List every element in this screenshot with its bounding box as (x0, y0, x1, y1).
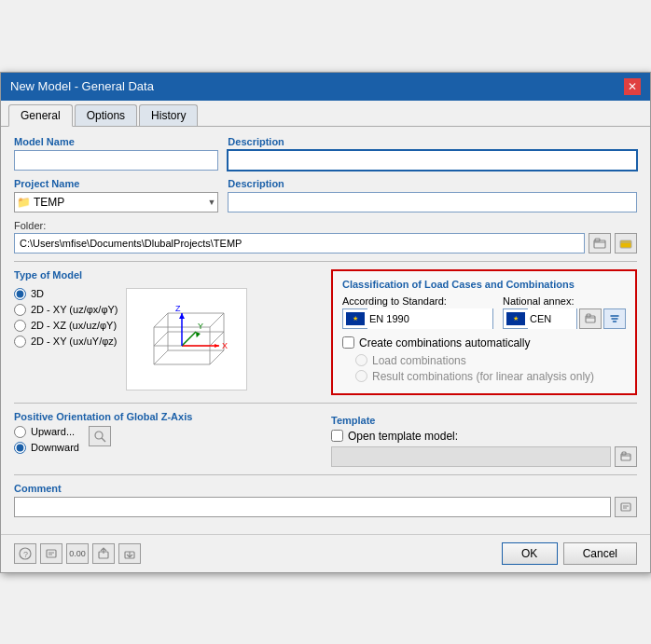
import-btn[interactable] (118, 543, 141, 564)
create-combinations-checkbox[interactable] (342, 336, 354, 349)
svg-line-13 (210, 313, 224, 327)
create-combinations-row: Create combinations automatically (342, 336, 626, 349)
project-name-row: Project Name 📁 TEMP ▼ Description (14, 178, 637, 212)
dialog: New Model - General Data ✕ General Optio… (0, 72, 651, 573)
calc-btn[interactable]: 0.00 (66, 543, 89, 564)
standard-row: According to Standard: ★ EN 1990 Nationa… (342, 295, 626, 329)
description-top-input[interactable] (228, 150, 637, 171)
svg-text:?: ? (23, 550, 28, 559)
close-button[interactable]: ✕ (624, 78, 641, 95)
edit-btn[interactable] (40, 543, 62, 564)
radio-upward-label: Upward... (31, 426, 75, 437)
radio-2d-xy2[interactable]: 2D - XY (ux/uY/φz) (14, 336, 118, 348)
open-template-checkbox[interactable] (331, 430, 343, 442)
svg-marker-20 (215, 344, 219, 348)
svg-rect-34 (621, 503, 630, 511)
load-combinations-radio (355, 354, 367, 366)
radio-downward[interactable]: Downward (14, 442, 79, 454)
comment-select[interactable] (14, 497, 611, 517)
tabs-container: General Options History (1, 101, 650, 127)
z-axis-search-btn[interactable] (89, 426, 111, 446)
radio-2d-xy1[interactable]: 2D - XY (uz/φx/φY) (14, 304, 118, 316)
model-preview: X Y Z (126, 288, 247, 391)
comment-edit-btn[interactable] (615, 497, 637, 517)
description-bottom-group: Description (228, 178, 637, 212)
folder-label: Folder: (14, 220, 637, 231)
comment-label: Comment (14, 483, 637, 494)
cancel-button[interactable]: Cancel (563, 542, 637, 565)
open-template-label: Open template model: (348, 430, 458, 443)
create-combinations-label: Create combinations automatically (359, 336, 530, 349)
combination-radio-group: Load combinations Result combinations (f… (342, 354, 626, 383)
project-name-label: Project Name (14, 178, 218, 189)
radio-upward[interactable]: Upward... (14, 426, 79, 438)
template-select[interactable] (331, 446, 611, 467)
svg-line-4 (154, 350, 168, 364)
export-btn[interactable] (92, 543, 115, 564)
tab-options[interactable]: Options (75, 104, 137, 126)
svg-line-12 (154, 313, 168, 327)
eu-flag-standard: ★ (346, 312, 365, 325)
svg-line-17 (154, 332, 168, 346)
main-content: Model Name Description Project Name 📁 TE… (1, 127, 650, 534)
bottom-right-buttons: OK Cancel (502, 542, 637, 565)
z-axis-label: Positive Orientation of Global Z-Axis (14, 411, 320, 422)
model-name-input[interactable] (14, 150, 218, 171)
type-of-model-label: Type of Model (14, 269, 320, 281)
annex-filter-btn[interactable] (603, 308, 626, 329)
project-name-group: Project Name 📁 TEMP ▼ (14, 178, 218, 212)
standard-label: According to Standard: (342, 295, 493, 307)
z-axis-row: Upward... Downward (14, 426, 320, 454)
radio-2d-xz-label: 2D - XZ (ux/uz/φY) (31, 320, 117, 331)
svg-text:X: X (222, 341, 228, 350)
folder-browse-btn2[interactable] (615, 233, 637, 253)
folder-path-input[interactable] (14, 233, 585, 253)
folder-browse-btn1[interactable] (589, 233, 611, 253)
folder-icon: 📁 (17, 196, 31, 209)
annex-select[interactable]: CEN (528, 308, 576, 329)
svg-line-22 (182, 332, 196, 346)
classification-title: Classification of Load Cases and Combina… (342, 279, 626, 290)
radio-2d-xy1-label: 2D - XY (uz/φx/φY) (31, 304, 118, 315)
tab-general[interactable]: General (8, 104, 73, 127)
standard-select[interactable]: EN 1990 (367, 308, 492, 329)
bottom-icons: ? 0.00 (14, 543, 141, 564)
bottom-section: Positive Orientation of Global Z-Axis Up… (14, 411, 637, 467)
ok-button[interactable]: OK (502, 542, 558, 565)
comment-section: Comment (14, 483, 637, 517)
result-combinations-label: Result combinations (for linear analysis… (372, 370, 594, 383)
title-bar: New Model - General Data ✕ (1, 73, 650, 101)
project-dropdown-arrow: ▼ (207, 198, 215, 207)
z-axis-radios: Upward... Downward (14, 426, 79, 454)
radio-downward-label: Downward (31, 442, 79, 453)
annex-group: National annex: ★ CEN (503, 295, 626, 329)
template-browse-btn[interactable] (615, 446, 637, 467)
svg-line-31 (102, 438, 105, 442)
load-combinations-label: Load combinations (372, 354, 466, 367)
classification-box: Classification of Load Cases and Combina… (331, 269, 637, 395)
svg-marker-26 (179, 313, 185, 319)
middle-section: Type of Model 3D 2D - XY (uz/φx/φY) (14, 269, 637, 395)
radio-3d-label: 3D (31, 288, 44, 299)
folder-section: Folder: (14, 220, 637, 253)
z-axis-section: Positive Orientation of Global Z-Axis Up… (14, 411, 320, 459)
tab-history[interactable]: History (139, 104, 198, 126)
description-bottom-input[interactable] (228, 192, 637, 212)
type-radios: 3D 2D - XY (uz/φx/φY) 2D - XZ (ux/uz/φY) (14, 288, 118, 348)
classification-section: Classification of Load Cases and Combina… (331, 269, 637, 395)
svg-text:Z: Z (175, 304, 181, 313)
open-template-row: Open template model: (331, 430, 637, 443)
radio-3d[interactable]: 3D (14, 288, 118, 300)
load-combinations-row: Load combinations (355, 354, 626, 367)
svg-point-30 (95, 432, 103, 439)
bottom-bar: ? 0.00 OK Cancel (1, 534, 650, 572)
help-btn[interactable]: ? (14, 543, 36, 564)
standard-group: According to Standard: ★ EN 1990 (342, 295, 493, 329)
model-name-group: Model Name (14, 136, 218, 171)
model-name-label: Model Name (14, 136, 218, 147)
radio-2d-xz[interactable]: 2D - XZ (ux/uz/φY) (14, 320, 118, 332)
type-of-model-section: Type of Model 3D 2D - XY (uz/φx/φY) (14, 269, 320, 395)
annex-browse-btn[interactable] (579, 308, 602, 329)
annex-label: National annex: (503, 295, 626, 307)
project-name-value: TEMP (34, 196, 207, 209)
